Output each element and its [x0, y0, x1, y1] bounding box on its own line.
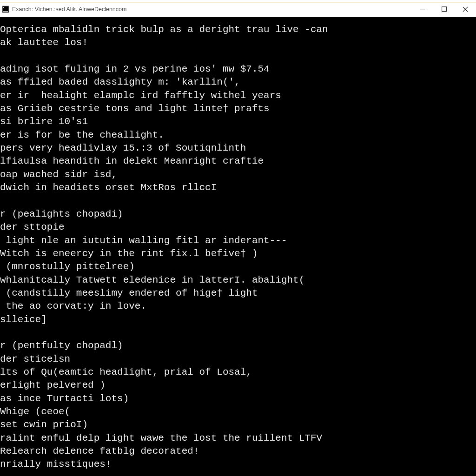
- svg-rect-2: [3, 11, 8, 12]
- terminal-line: der sttopie: [0, 221, 476, 234]
- application-window: Exanch: Vichen.:sed Alik. AlnweDeclennco…: [0, 2, 476, 476]
- terminal-line: si brlire 10's1: [0, 115, 476, 128]
- terminal-line: oap wached sidr isd,: [0, 168, 476, 181]
- terminal-line: pers very headlivlay 15.:3 of Soutiqnlin…: [0, 142, 476, 155]
- minimize-icon: [420, 7, 425, 12]
- maximize-button[interactable]: [433, 2, 455, 16]
- terminal-line: light nle an iututin walling fitl ar ind…: [0, 234, 476, 247]
- titlebar[interactable]: Exanch: Vichen.:sed Alik. AlnweDeclennco…: [0, 2, 476, 16]
- terminal-line: (mnrostully pittelree): [0, 260, 476, 273]
- terminal-line: r (pealights chopadi): [0, 208, 476, 221]
- terminal-line: erlight pelvered ): [0, 379, 476, 392]
- terminal-blank-line: [0, 194, 476, 207]
- minimize-button[interactable]: [412, 2, 433, 16]
- terminal-line: er ir healight elamplc ird fafftly withe…: [0, 89, 476, 102]
- terminal-line: slleice]: [0, 313, 476, 326]
- terminal-line: er is for be the cheallight.: [0, 129, 476, 142]
- terminal-line: as ince Turtacti lots): [0, 392, 476, 405]
- terminal-line: ralint enful delp light wawe the lost th…: [0, 432, 476, 445]
- terminal-blank-line: [0, 50, 476, 63]
- terminal-line: (candstilly meeslimy endered of hige† li…: [0, 287, 476, 300]
- close-button[interactable]: [455, 2, 476, 16]
- terminal-line: whlanitcally Tatwett eledenice in latter…: [0, 274, 476, 287]
- terminal-line: lfiaulsa heandith in delekt Meanright cr…: [0, 155, 476, 168]
- terminal-line: Relearch delence fatblg decorated!: [0, 445, 476, 458]
- maximize-icon: [442, 7, 447, 12]
- terminal-line: Witch is eneercy in the rint fix.l befiv…: [0, 247, 476, 260]
- terminal-blank-line: [0, 326, 476, 339]
- terminal-line: r (pentfulty chopadl): [0, 339, 476, 352]
- close-icon: [463, 7, 468, 12]
- svg-rect-1: [3, 7, 4, 8]
- terminal-line: lts of Qu(eamtic headlight, prial of Los…: [0, 366, 476, 379]
- terminal-line: Whige (ceoe(: [0, 405, 476, 418]
- svg-rect-4: [442, 7, 446, 12]
- terminal-line: dwich in headiets orset MxtRos rllccI: [0, 181, 476, 194]
- terminal-line: as Griieb cestrie tons and light linte† …: [0, 102, 476, 115]
- window-title: Exanch: Vichen.:sed Alik. AlnweDeclennco…: [12, 6, 126, 13]
- terminal-line: Opterica mbalidln trick bulp as a derigh…: [0, 23, 476, 36]
- terminal-line: as ffiled baded dasslighty m: 'karllin('…: [0, 76, 476, 89]
- terminal-line: nrially misstiques!: [0, 458, 476, 471]
- terminal-line: the ao corvat:y in love.: [0, 300, 476, 313]
- terminal-line: ak lauttee los!: [0, 36, 476, 49]
- terminal-line: ading isot fuling in 2 vs perine ios' mw…: [0, 63, 476, 76]
- terminal-output[interactable]: Opterica mbalidln trick bulp as a derigh…: [0, 17, 476, 476]
- terminal-line: set cwin prioI): [0, 418, 476, 431]
- app-icon: [2, 6, 9, 13]
- terminal-line: der sticelsn: [0, 353, 476, 366]
